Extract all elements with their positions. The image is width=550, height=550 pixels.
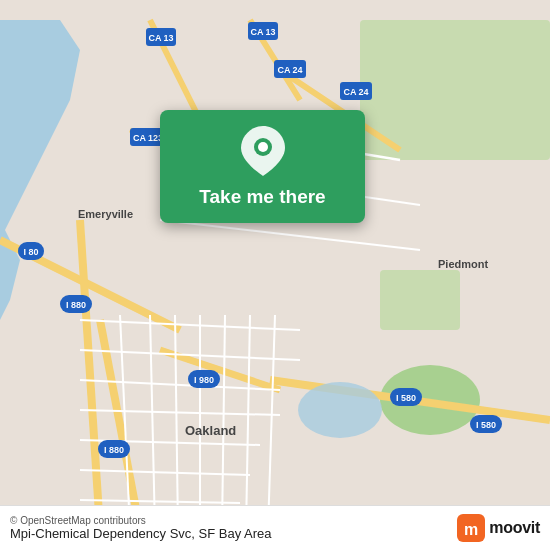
take-me-there-card[interactable]: Take me there xyxy=(160,110,365,223)
svg-text:I 880: I 880 xyxy=(66,300,86,310)
svg-text:I 580: I 580 xyxy=(476,420,496,430)
location-pin-icon xyxy=(238,126,288,176)
svg-text:I 980: I 980 xyxy=(194,375,214,385)
svg-text:Emeryville: Emeryville xyxy=(78,208,133,220)
left-section: © OpenStreetMap contributors Mpi-Chemica… xyxy=(10,515,272,541)
map-container: CA 13 CA 13 CA 24 CA 24 CA 123 I 80 I 88… xyxy=(0,0,550,550)
moovit-logo: m moovit xyxy=(457,514,540,542)
place-name: Mpi-Chemical Dependency Svc, SF Bay Area xyxy=(10,526,272,541)
svg-point-57 xyxy=(298,382,382,438)
svg-text:Oakland: Oakland xyxy=(185,423,236,438)
svg-text:CA 13: CA 13 xyxy=(148,33,173,43)
svg-text:CA 24: CA 24 xyxy=(277,65,302,75)
svg-text:I 80: I 80 xyxy=(23,247,38,257)
svg-text:m: m xyxy=(464,521,478,538)
moovit-logo-icon: m xyxy=(457,514,485,542)
svg-text:CA 13: CA 13 xyxy=(250,27,275,37)
svg-text:I 580: I 580 xyxy=(396,393,416,403)
svg-text:CA 24: CA 24 xyxy=(343,87,368,97)
svg-text:I 880: I 880 xyxy=(104,445,124,455)
bottom-bar: © OpenStreetMap contributors Mpi-Chemica… xyxy=(0,505,550,550)
svg-text:CA 123: CA 123 xyxy=(133,133,163,143)
svg-text:Piedmont: Piedmont xyxy=(438,258,488,270)
moovit-app-name: moovit xyxy=(489,519,540,537)
map-background: CA 13 CA 13 CA 24 CA 24 CA 123 I 80 I 88… xyxy=(0,0,550,550)
svg-rect-4 xyxy=(380,270,460,330)
svg-point-59 xyxy=(258,142,268,152)
osm-attribution: © OpenStreetMap contributors xyxy=(10,515,272,526)
take-me-there-label: Take me there xyxy=(199,186,325,209)
